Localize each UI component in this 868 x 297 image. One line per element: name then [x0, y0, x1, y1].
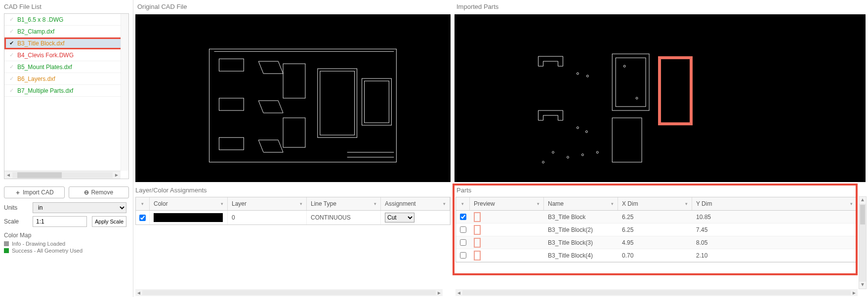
parts-hscroll[interactable]: ◄► [455, 289, 858, 296]
check-icon: ✓ [7, 87, 15, 94]
file-row[interactable]: ✓B2_Clamp.dxf [4, 26, 128, 37]
original-cad-panel: Original CAD File [133, 0, 453, 184]
cad-file-list: ✓B1_6.5 x 8 .DWG✓B2_Clamp.dxf✔B3_Title B… [4, 13, 129, 179]
legend-swatch [4, 241, 9, 246]
remove-button[interactable]: ⊖ Remove [69, 186, 129, 198]
layer-row-layer: 0 [228, 211, 307, 224]
file-row[interactable]: ✓B1_6.5 x 8 .DWG [4, 14, 128, 26]
scroll-right-icon[interactable]: ► [851, 290, 858, 296]
svg-rect-16 [612, 54, 649, 111]
svg-rect-1 [318, 69, 357, 138]
file-list-vscroll[interactable] [121, 14, 128, 171]
layer-grid: ▾ Color▾ Layer▾ Line Type▾ Assignment▾ 0… [135, 197, 451, 225]
import-cad-label: Import CAD [23, 189, 54, 196]
scroll-left-icon[interactable]: ◄ [4, 171, 12, 179]
svg-marker-9 [258, 101, 283, 113]
layer-row-checkbox[interactable] [139, 215, 146, 221]
svg-rect-12 [365, 81, 389, 123]
file-name: B2_Clamp.dxf [17, 28, 54, 35]
file-list-hscroll[interactable]: ◄ ► [4, 171, 121, 179]
layer-assignments-panel: Layer/Color Assignments ▾ Color▾ Layer▾ … [133, 184, 453, 297]
file-name: B6_Layers.dxf [17, 75, 55, 82]
units-label: Units [4, 204, 28, 211]
selected-part-highlight [658, 56, 693, 125]
cad-file-list-panel: CAD File List ✓B1_6.5 x 8 .DWG✓B2_Clamp.… [0, 0, 133, 184]
svg-rect-4 [283, 118, 305, 148]
imported-parts-title: Imported Parts [453, 0, 868, 13]
file-row[interactable]: ✓B4_Clevis Fork.DWG [4, 49, 128, 61]
file-name: B5_Mount Plates.dxf [17, 64, 72, 71]
layer-assignments-title: Layer/Color Assignments [133, 184, 453, 197]
legend-row: Success - All Geometry Used [4, 248, 129, 254]
original-cad-title: Original CAD File [133, 0, 453, 13]
svg-rect-5 [219, 59, 244, 71]
file-name: B7_Multiple Parts.dxf [17, 87, 73, 94]
svg-point-25 [581, 154, 583, 156]
svg-point-19 [577, 73, 579, 74]
layer-header-check[interactable]: ▾ [136, 197, 150, 210]
parts-panel: Parts ▾ Preview▾ Name▾ X Dim▾ Y Dim▾ B3_… [453, 184, 868, 297]
svg-point-26 [596, 151, 598, 153]
scale-label: Scale [4, 218, 28, 225]
parts-vscroll[interactable]: ▲ ▼ [859, 196, 867, 289]
check-icon: ✓ [7, 64, 15, 70]
legend-text: Success - All Geometry Used [12, 248, 83, 254]
scroll-left-icon[interactable]: ◄ [455, 290, 462, 296]
svg-point-28 [623, 65, 625, 67]
cad-file-list-title: CAD File List [0, 0, 133, 13]
svg-rect-0 [209, 49, 397, 162]
svg-rect-18 [612, 118, 642, 162]
layer-header-linetype[interactable]: Line Type▾ [307, 197, 381, 210]
file-name: B3_Title Block.dxf [17, 40, 65, 47]
layer-header-assignment[interactable]: Assignment▾ [381, 197, 450, 210]
file-row[interactable]: ✓B6_Layers.dxf [4, 73, 128, 85]
layer-header-layer[interactable]: Layer▾ [228, 197, 307, 210]
check-icon: ✓ [7, 16, 15, 23]
apply-scale-button[interactable]: Apply Scale [92, 216, 126, 227]
scroll-thumb[interactable] [17, 172, 62, 178]
color-map-title: Color Map [4, 232, 129, 239]
original-cad-canvas[interactable] [135, 14, 451, 182]
scroll-right-icon[interactable]: ► [113, 171, 121, 179]
imported-parts-panel: Imported Parts [453, 0, 868, 184]
svg-marker-8 [258, 61, 283, 74]
scroll-right-icon[interactable]: ► [436, 290, 443, 296]
file-name: B1_6.5 x 8 .DWG [17, 16, 63, 23]
svg-point-20 [586, 75, 588, 77]
svg-rect-7 [219, 138, 244, 150]
scroll-left-icon[interactable]: ◄ [135, 290, 142, 296]
layer-header-color[interactable]: Color▾ [150, 197, 228, 210]
svg-marker-10 [258, 140, 283, 152]
file-row[interactable]: ✔B3_Title Block.dxf [4, 37, 128, 49]
scroll-up-icon[interactable]: ▲ [859, 197, 866, 204]
svg-point-21 [577, 127, 579, 129]
svg-point-29 [636, 97, 638, 99]
layer-grid-hscroll[interactable]: ◄► [135, 289, 443, 296]
legend-row: Info - Drawing Loaded [4, 241, 129, 247]
controls-panel: ＋ Import CAD ⊖ Remove Units in Scale App… [0, 184, 133, 297]
svg-point-23 [552, 151, 554, 153]
file-row[interactable]: ✓B5_Mount Plates.dxf [4, 61, 128, 73]
scale-input[interactable] [33, 216, 87, 227]
remove-label: Remove [91, 189, 113, 196]
scroll-track[interactable] [12, 172, 113, 178]
parts-highlight-box [453, 184, 858, 275]
import-cad-button[interactable]: ＋ Import CAD [4, 186, 65, 198]
check-icon: ✓ [7, 52, 15, 58]
layer-row-linetype: CONTINUOUS [307, 211, 381, 224]
scroll-down-icon[interactable]: ▼ [859, 282, 866, 289]
check-icon: ✔ [7, 40, 15, 46]
svg-rect-17 [616, 58, 646, 107]
units-select[interactable]: in [33, 202, 126, 213]
legend-swatch [4, 248, 9, 253]
layer-assignment-select[interactable]: Cut [385, 213, 414, 223]
file-name: B4_Clevis Fork.DWG [17, 52, 74, 59]
imported-parts-canvas[interactable] [455, 14, 866, 182]
file-row[interactable]: ✓B7_Multiple Parts.dxf [4, 85, 128, 97]
svg-rect-11 [362, 78, 392, 125]
check-icon: ✓ [7, 75, 15, 82]
svg-point-22 [585, 131, 587, 133]
minus-icon: ⊖ [84, 189, 89, 196]
svg-point-27 [542, 161, 544, 163]
layer-row[interactable]: 0 CONTINUOUS Cut [136, 211, 450, 224]
